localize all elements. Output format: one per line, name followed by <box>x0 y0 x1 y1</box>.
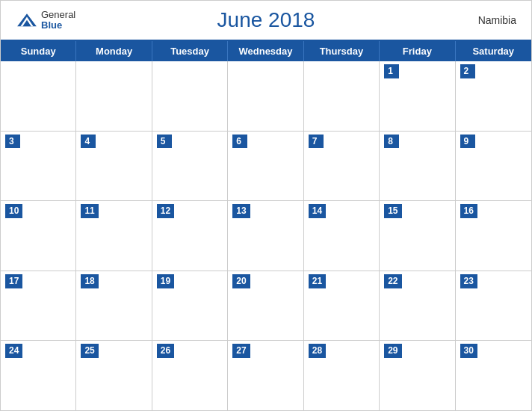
day-number: 23 <box>460 274 477 288</box>
month-title: June 2018 <box>217 8 315 32</box>
day-number: 1 <box>384 64 399 78</box>
day-cell <box>228 61 303 131</box>
logo-text: General Blue <box>41 10 75 31</box>
day-header-saturday: Saturday <box>456 41 531 61</box>
day-number: 22 <box>384 274 401 288</box>
logo-general: General <box>41 10 75 20</box>
day-cell <box>152 61 228 131</box>
day-cell: 18 <box>76 271 152 341</box>
day-header-monday: Monday <box>76 41 152 61</box>
day-cell: 24 <box>1 341 76 410</box>
day-cell: 22 <box>380 271 455 341</box>
day-cell: 2 <box>456 61 531 131</box>
day-number: 19 <box>157 274 174 288</box>
calendar-grid: SundayMondayTuesdayWednesdayThursdayFrid… <box>1 40 531 410</box>
day-cell: 15 <box>380 201 455 271</box>
day-header-thursday: Thursday <box>304 41 380 61</box>
day-number: 25 <box>81 344 98 358</box>
day-number: 30 <box>460 344 477 358</box>
day-cell: 9 <box>456 132 531 201</box>
week-row-0: 12 <box>1 61 531 132</box>
day-number: 24 <box>5 344 22 358</box>
day-number: 21 <box>309 274 326 288</box>
day-number: 6 <box>232 135 247 149</box>
day-cell <box>304 61 380 131</box>
day-cell: 26 <box>152 341 228 410</box>
day-number: 20 <box>232 274 250 288</box>
week-row-3: 17181920212223 <box>1 271 531 342</box>
day-cell: 7 <box>304 132 380 201</box>
day-number: 4 <box>81 135 96 149</box>
day-number: 28 <box>309 344 326 358</box>
day-number: 8 <box>384 135 399 149</box>
day-cell: 21 <box>304 271 380 341</box>
day-cell: 16 <box>456 201 531 271</box>
day-number: 12 <box>157 204 174 218</box>
day-number: 2 <box>460 64 475 78</box>
day-number: 9 <box>460 135 475 149</box>
day-cell: 17 <box>1 271 76 341</box>
day-cell: 28 <box>304 341 380 410</box>
day-cell: 11 <box>76 201 152 271</box>
calendar-container: General Blue June 2018 Namibia SundayMon… <box>0 0 532 411</box>
logo: General Blue <box>16 10 75 31</box>
day-cell: 10 <box>1 201 76 271</box>
day-cell: 23 <box>456 271 531 341</box>
logo-blue: Blue <box>41 20 75 31</box>
day-cell <box>76 61 152 131</box>
day-number: 7 <box>309 135 324 149</box>
day-number: 5 <box>157 135 172 149</box>
day-cell: 27 <box>228 341 303 410</box>
day-cell: 4 <box>76 132 152 201</box>
day-number: 17 <box>5 274 22 288</box>
day-cell <box>1 61 76 131</box>
day-number: 26 <box>157 344 174 358</box>
logo-icon <box>16 13 38 28</box>
day-number: 10 <box>5 204 22 218</box>
day-cell: 14 <box>304 201 380 271</box>
day-number: 27 <box>232 344 250 358</box>
day-cell: 6 <box>228 132 303 201</box>
day-cell: 20 <box>228 271 303 341</box>
day-number: 18 <box>81 274 98 288</box>
week-row-2: 10111213141516 <box>1 201 531 271</box>
day-header-tuesday: Tuesday <box>152 41 228 61</box>
day-cell: 25 <box>76 341 152 410</box>
day-number: 16 <box>460 204 477 218</box>
weeks: 1234567891011121314151617181920212223242… <box>1 61 531 410</box>
day-cell: 5 <box>152 132 228 201</box>
day-cell: 12 <box>152 201 228 271</box>
day-number: 13 <box>232 204 250 218</box>
day-number: 14 <box>309 204 326 218</box>
calendar-header: General Blue June 2018 Namibia <box>1 1 531 40</box>
day-header-sunday: Sunday <box>1 41 76 61</box>
day-number: 3 <box>5 135 20 149</box>
day-header-friday: Friday <box>380 41 455 61</box>
day-number: 11 <box>81 204 98 218</box>
week-row-1: 3456789 <box>1 132 531 202</box>
country-label: Namibia <box>478 14 516 26</box>
day-header-wednesday: Wednesday <box>228 41 303 61</box>
day-cell: 29 <box>380 341 455 410</box>
day-cell: 3 <box>1 132 76 201</box>
day-cell: 13 <box>228 201 303 271</box>
day-cell: 30 <box>456 341 531 410</box>
day-number: 29 <box>384 344 401 358</box>
week-row-4: 24252627282930 <box>1 341 531 410</box>
day-cell: 19 <box>152 271 228 341</box>
day-cell: 8 <box>380 132 455 201</box>
day-cell: 1 <box>380 61 455 131</box>
day-headers: SundayMondayTuesdayWednesdayThursdayFrid… <box>1 41 531 61</box>
day-number: 15 <box>384 204 401 218</box>
